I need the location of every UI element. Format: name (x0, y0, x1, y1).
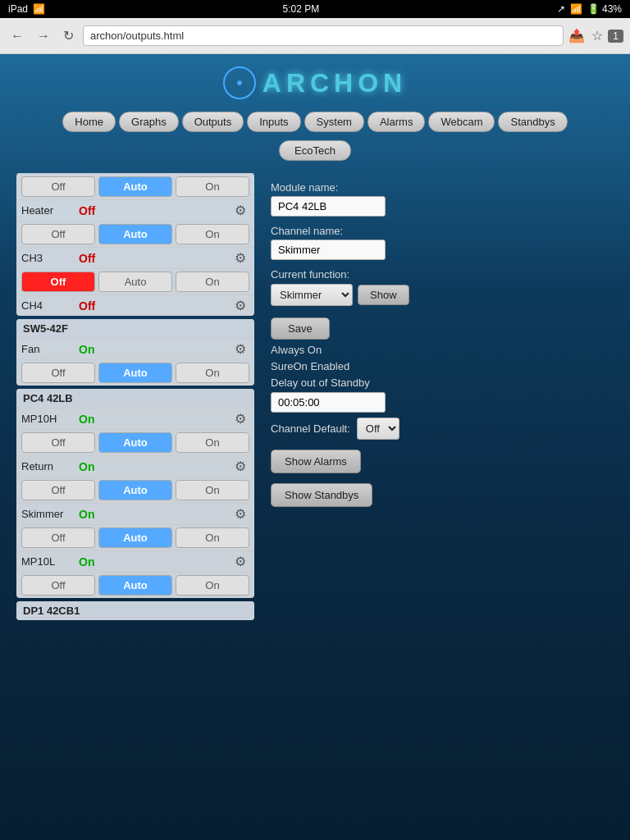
toggle-off-ch3[interactable]: Off (21, 224, 95, 244)
delay-time-input[interactable] (271, 392, 386, 413)
group-title-dp1: DP1 42CB1 (16, 601, 254, 620)
toggle-row-return: Off Auto On (16, 477, 254, 503)
toggle-row-mp10h: Off Auto On (16, 429, 254, 455)
always-on-text: Always On (271, 344, 614, 356)
bookmark-icon[interactable]: ☆ (591, 28, 603, 43)
toggle-row-ch3-top: Off Auto On (16, 221, 254, 247)
toggle-row-ch4-top: Off Auto On (16, 268, 254, 294)
show-alarms-button[interactable]: Show Alarms (271, 450, 361, 473)
channel-row-mp10l: MP10L On ⚙ (16, 550, 254, 572)
channel-name-fan: Fan (21, 343, 79, 355)
page-background: • ARCHON Home Graphs Outputs Inputs Syst… (0, 54, 630, 840)
toggle-auto-fan[interactable]: Auto (98, 363, 172, 383)
channel-status-heater: Off (79, 204, 95, 217)
gear-icon-ch3[interactable]: ⚙ (231, 250, 249, 266)
channel-row-fan: Fan On ⚙ (16, 338, 254, 359)
arrow-icon: ↗ (557, 3, 565, 15)
toggle-auto-btn[interactable]: Auto (98, 176, 172, 197)
tab-badge[interactable]: 1 (608, 30, 623, 43)
toggle-on-fan[interactable]: On (176, 363, 249, 383)
toggle-on-ch4[interactable]: On (176, 272, 249, 292)
gear-icon-return[interactable]: ⚙ (231, 459, 249, 474)
toggle-auto-skimmer[interactable]: Auto (98, 527, 172, 548)
toggle-on-mp10h[interactable]: On (176, 432, 249, 453)
channel-default-row: Channel Default: Off (271, 418, 614, 440)
show-standbys-button[interactable]: Show Standbys (271, 483, 372, 507)
nav-graphs[interactable]: Graphs (119, 112, 179, 132)
toggle-auto-mp10l[interactable]: Auto (98, 575, 172, 596)
channel-default-select[interactable]: Off (357, 418, 399, 440)
gear-icon-skimmer[interactable]: ⚙ (231, 506, 249, 522)
module-name-input[interactable] (271, 196, 386, 217)
toggle-on-skimmer[interactable]: On (176, 527, 249, 548)
refresh-button[interactable]: ↻ (59, 26, 78, 45)
channel-name-mp10l: MP10L (21, 555, 79, 568)
toggle-auto-ch4[interactable]: Auto (98, 272, 172, 292)
left-panel: Off Auto On Heater Off ⚙ Off Auto On (16, 173, 254, 623)
browser-bar: ← → ↻ 📤 ☆ 1 (0, 18, 630, 54)
toggle-off-btn[interactable]: Off (21, 176, 95, 197)
nav-alarms[interactable]: Alarms (368, 112, 425, 132)
toggle-auto-ch3[interactable]: Auto (98, 224, 172, 244)
toggle-row-heater-top: Off Auto On (16, 173, 254, 199)
status-left: iPad 📶 (8, 3, 45, 15)
status-right: ↗ 📶 🔋 43% (557, 3, 622, 15)
right-panel: Module name: Channel name: Current funct… (271, 173, 614, 507)
network-icon: iPad (8, 3, 28, 15)
nav-system[interactable]: System (304, 112, 364, 132)
toggle-off-mp10l[interactable]: Off (21, 575, 95, 596)
share-icon[interactable]: 📤 (568, 28, 585, 43)
channel-row-ch3: CH3 Off ⚙ (16, 247, 254, 268)
time-display: 5:02 PM (282, 3, 319, 15)
gear-icon-fan[interactable]: ⚙ (231, 341, 249, 357)
channel-status-ch4: Off (79, 299, 95, 313)
address-bar[interactable] (83, 25, 564, 46)
logo-container: • ARCHON (223, 66, 407, 99)
show-function-button[interactable]: Show (358, 285, 409, 305)
channel-status-return: On (79, 460, 94, 473)
save-button[interactable]: Save (271, 317, 330, 340)
toggle-on-return[interactable]: On (176, 480, 249, 500)
browser-icons: 📤 ☆ (568, 28, 603, 43)
gear-icon-ch4[interactable]: ⚙ (231, 298, 249, 313)
forward-button[interactable]: → (33, 27, 54, 45)
channel-status-mp10h: On (79, 413, 94, 426)
back-button[interactable]: ← (7, 27, 28, 45)
nav-webcam[interactable]: Webcam (428, 112, 495, 132)
toggle-row-mp10l: Off Auto On (16, 572, 254, 598)
toggle-off-ch4-active[interactable]: Off (21, 272, 95, 292)
toggle-off-return[interactable]: Off (21, 480, 95, 500)
toggle-off-mp10h[interactable]: Off (21, 432, 95, 453)
toggle-on-ch3[interactable]: On (176, 224, 249, 244)
channel-group-0: Off Auto On Heater Off ⚙ Off Auto On (16, 173, 254, 316)
channel-name-return: Return (21, 460, 79, 472)
channel-name-mp10h: MP10H (21, 413, 79, 425)
nav-standbys[interactable]: Standbys (498, 112, 567, 132)
ecotech-button[interactable]: EcoTech (279, 140, 351, 161)
channel-name-input[interactable] (271, 240, 386, 260)
channel-group-sw5: SW5-42F Fan On ⚙ Off Auto On (16, 319, 254, 386)
gear-icon-mp10h[interactable]: ⚙ (231, 411, 249, 427)
toggle-auto-return[interactable]: Auto (98, 480, 172, 500)
channel-name-skimmer: Skimmer (21, 508, 79, 520)
channel-group-pc4: PC4 42LB MP10H On ⚙ Off Auto On Return O… (16, 389, 254, 598)
channel-name-ch3: CH3 (21, 252, 79, 264)
nav-outputs[interactable]: Outputs (182, 112, 244, 132)
nav-home[interactable]: Home (62, 112, 116, 132)
function-select[interactable]: Skimmer (271, 284, 353, 306)
nav-inputs[interactable]: Inputs (247, 112, 300, 132)
battery-display: 🔋 43% (587, 3, 622, 15)
toggle-on-btn[interactable]: On (176, 176, 249, 197)
toggle-auto-mp10h[interactable]: Auto (98, 432, 172, 453)
toggle-off-skimmer[interactable]: Off (21, 527, 95, 548)
toggle-on-mp10l[interactable]: On (176, 575, 249, 596)
toggle-off-fan[interactable]: Off (21, 363, 95, 383)
channel-status-mp10l: On (79, 555, 94, 568)
gear-icon-heater[interactable]: ⚙ (231, 203, 249, 218)
channel-status-skimmer: On (79, 508, 94, 521)
group-title-sw5: SW5-42F (16, 319, 254, 338)
module-name-label: Module name: (271, 181, 614, 194)
channel-row-ch4: CH4 Off ⚙ (16, 294, 254, 316)
gear-icon-mp10l[interactable]: ⚙ (231, 554, 249, 569)
channel-name-label: Channel name: (271, 225, 614, 237)
